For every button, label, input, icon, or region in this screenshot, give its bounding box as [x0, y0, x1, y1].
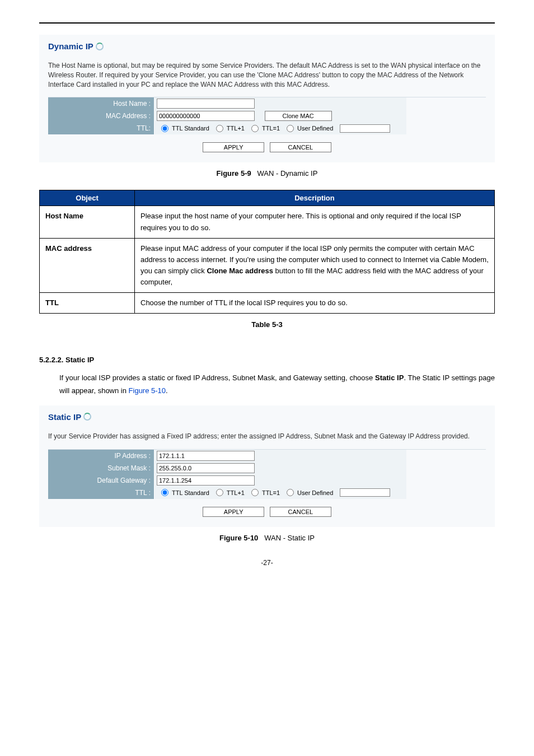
- default-gateway-label: Default Gateway :: [48, 474, 154, 487]
- static-ttl-eq1-label: TTL=1: [262, 489, 280, 496]
- static-ttl-standard-radio[interactable]: [161, 489, 168, 496]
- ttl-plus1-radio[interactable]: [216, 125, 223, 132]
- subnet-mask-input[interactable]: [157, 463, 255, 473]
- figure-5-10-link[interactable]: Figure 5-10: [129, 386, 166, 395]
- static-ttl-plus1-label: TTL+1: [227, 489, 245, 496]
- dynamic-ip-title: Dynamic IP: [48, 41, 486, 51]
- figure-5-10-caption: Figure 5-10 WAN - Static IP: [39, 534, 495, 542]
- table-row: MAC address Please input MAC address of …: [40, 238, 495, 293]
- static-ttl-user-label: User Defined: [297, 489, 333, 496]
- clone-mac-button[interactable]: Clone MAC: [265, 111, 332, 121]
- table-5-3-caption: Table 5-3: [39, 320, 495, 329]
- table-header-object: Object: [40, 190, 135, 206]
- ttl-user-input[interactable]: [340, 124, 390, 133]
- static-ttl-user-radio[interactable]: [287, 489, 294, 496]
- ttl-label: TTL:: [48, 122, 154, 134]
- ttl-user-radio[interactable]: [287, 125, 294, 132]
- mac-address-label: MAC Address :: [48, 110, 154, 122]
- cancel-button[interactable]: CANCEL: [270, 142, 331, 152]
- static-ip-title: Static IP: [48, 412, 486, 422]
- table-header-desc: Description: [135, 190, 495, 206]
- apply-button[interactable]: APPLY: [203, 142, 264, 152]
- static-ip-panel: Static IP If your Service Provider has a…: [39, 405, 495, 527]
- params-table: Object Description Host Name Please inpu…: [39, 190, 495, 314]
- section-paragraph: If your local ISP provides a static or f…: [59, 372, 495, 398]
- static-ttl-standard-label: TTL Standard: [172, 489, 209, 496]
- ttl-plus1-label: TTL+1: [227, 125, 245, 132]
- host-name-input[interactable]: [157, 99, 255, 109]
- static-ttl-user-input[interactable]: [340, 488, 390, 497]
- mac-address-input[interactable]: [157, 111, 255, 121]
- page-number: -27-: [39, 559, 495, 567]
- section-heading: 5.2.2.2. Static IP: [39, 356, 495, 364]
- static-ip-desc: If your Service Provider has assigned a …: [48, 432, 486, 441]
- ip-address-input[interactable]: [157, 451, 255, 461]
- subnet-mask-label: Subnet Mask :: [48, 462, 154, 474]
- static-ttl-plus1-radio[interactable]: [216, 489, 223, 496]
- ip-address-label: IP Address :: [48, 450, 154, 462]
- ttl-standard-label: TTL Standard: [172, 125, 209, 132]
- refresh-icon: [96, 43, 104, 50]
- default-gateway-input[interactable]: [157, 475, 255, 486]
- table-row: Host Name Please input the host name of …: [40, 206, 495, 238]
- ttl-standard-radio[interactable]: [161, 125, 168, 132]
- host-name-label: Host Name :: [48, 97, 154, 110]
- refresh-icon: [83, 413, 91, 421]
- ttl-eq1-radio[interactable]: [251, 125, 259, 132]
- static-apply-button[interactable]: APPLY: [203, 507, 264, 517]
- figure-5-9-caption: Figure 5-9 WAN - Dynamic IP: [39, 169, 495, 178]
- static-ttl-label: TTL :: [48, 487, 154, 499]
- table-row: TTL Choose the number of TTL if the loca…: [40, 293, 495, 314]
- dynamic-ip-panel: Dynamic IP The Host Name is optional, bu…: [39, 35, 495, 162]
- ttl-eq1-label: TTL=1: [262, 125, 280, 132]
- ttl-user-label: User Defined: [297, 125, 333, 132]
- dynamic-ip-desc: The Host Name is optional, but may be re…: [48, 61, 486, 89]
- static-ttl-eq1-radio[interactable]: [251, 489, 259, 496]
- static-cancel-button[interactable]: CANCEL: [270, 507, 331, 517]
